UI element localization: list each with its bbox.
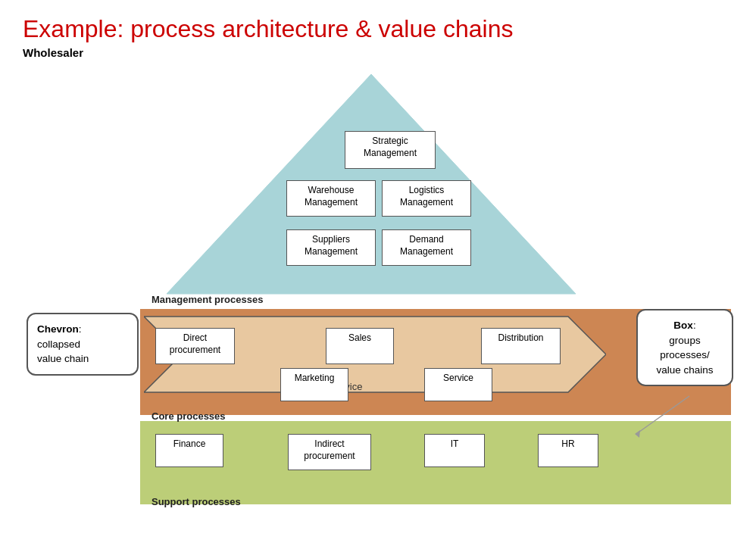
demand-management-box: DemandManagement <box>382 229 471 266</box>
box-callout-bold: Box <box>673 320 693 331</box>
it-box: IT <box>424 434 485 467</box>
warehouse-management-box: WarehouseManagement <box>286 180 376 217</box>
page-container: Example: process architecture & value ch… <box>0 0 756 546</box>
subtitle: Wholesaler <box>23 46 733 59</box>
chevron-callout-bold: Chevron <box>37 323 79 335</box>
chevron-callout: Chevron:collapsedvalue chain <box>27 313 139 376</box>
core-processes-label: Core processes <box>152 410 226 422</box>
suppliers-management-box: SuppliersManagement <box>286 229 376 266</box>
distribution-box: Distribution <box>481 328 561 364</box>
box-callout: Box:groups processes/value chains <box>636 309 733 386</box>
management-processes-label: Management processes <box>152 294 263 305</box>
direct-procurement-box: Directprocurement <box>155 328 235 364</box>
sales-box: Sales <box>326 328 394 364</box>
strategic-management-box: Strategic Management <box>345 131 436 169</box>
logistics-management-box: LogisticsManagement <box>382 180 471 217</box>
svg-marker-3 <box>635 430 640 438</box>
support-processes-label: Support processes <box>152 496 241 507</box>
callout-arrow <box>621 392 697 438</box>
indirect-procurement-box: Indirectprocurement <box>288 434 371 470</box>
finance-box: Finance <box>155 434 223 467</box>
diagram-area: Strategic Management WarehouseManagement… <box>23 67 735 513</box>
page-title: Example: process architecture & value ch… <box>23 15 733 43</box>
svg-line-2 <box>636 396 689 434</box>
marketing-box: Marketing <box>280 368 348 401</box>
service-box: Service <box>424 368 492 401</box>
hr-box: HR <box>538 434 598 467</box>
